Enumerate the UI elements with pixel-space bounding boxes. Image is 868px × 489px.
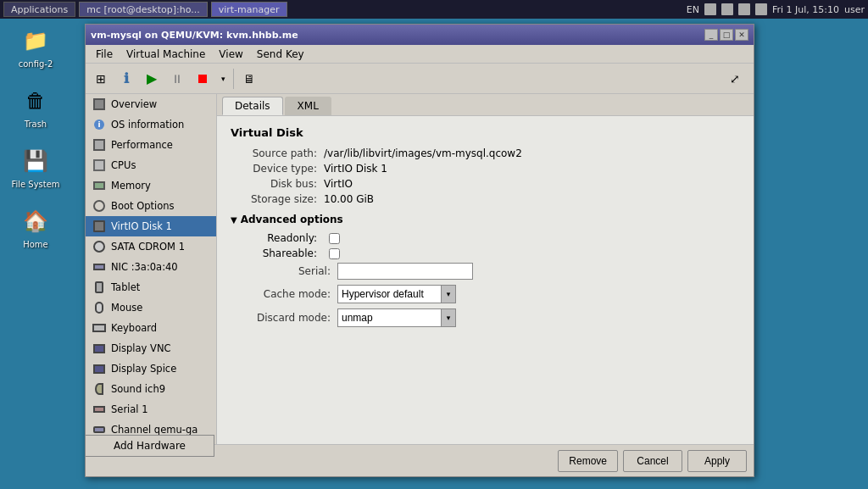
sidebar-item-display-spice[interactable]: Display Spice <box>86 358 216 379</box>
main-panel: Details XML Virtual Disk Source path: /v… <box>217 94 754 444</box>
toolbar-overview-btn[interactable]: ⊞ <box>89 67 113 91</box>
sidebar-label-sound: Sound ich9 <box>111 383 165 395</box>
sidebar-item-keyboard[interactable]: Keyboard <box>86 318 216 338</box>
tray-wifi-icon <box>704 3 716 15</box>
desktop-icon-filesystem[interactable]: 💾 File System <box>10 146 61 189</box>
storage-size-value: 10.00 GiB <box>324 193 374 205</box>
sidebar-item-serial[interactable]: Serial 1 <box>86 399 216 420</box>
toolbar-pause-btn[interactable]: ⏸ <box>165 67 189 91</box>
sidebar-item-boot[interactable]: Boot Options <box>86 196 216 216</box>
maximize-button[interactable]: □ <box>720 29 733 41</box>
window-titlebar: vm-mysql on QEMU/KVM: kvm.hhbb.me _ □ ✕ <box>86 25 754 45</box>
menu-file[interactable]: File <box>89 47 120 62</box>
sidebar-item-sound[interactable]: Sound ich9 <box>86 379 216 399</box>
cache-mode-select-wrapper: Hypervisor default none writethrough wri… <box>337 285 456 303</box>
sidebar-item-sata-cdrom[interactable]: SATA CDROM 1 <box>86 236 216 257</box>
taskbar-window-mc[interactable]: mc [root@desktop]:ho... <box>79 2 207 17</box>
sidebar-item-nic[interactable]: NIC :3a:0a:40 <box>86 257 216 277</box>
cache-mode-select[interactable]: Hypervisor default none writethrough wri… <box>337 285 456 303</box>
serial-icon <box>92 403 106 416</box>
toolbar-info-btn[interactable]: ℹ <box>114 67 138 91</box>
sidebar-label-virtio-disk: VirtIO Disk 1 <box>111 220 172 232</box>
boot-icon <box>92 199 106 213</box>
toolbar-play-btn[interactable]: ▶ <box>140 67 164 91</box>
config-label: config-2 <box>19 59 53 69</box>
taskbar-right: EN Fri 1 Jul, 15:10 user <box>687 3 865 15</box>
tray-time: Fri 1 Jul, 15:10 <box>772 4 839 15</box>
sidebar: Overview i OS information Performance <box>86 94 217 444</box>
sidebar-item-tablet[interactable]: Tablet <box>86 277 216 297</box>
sidebar-item-virtio-disk[interactable]: VirtIO Disk 1 <box>86 216 216 236</box>
sidebar-label-display-vnc: Display VNC <box>111 342 171 354</box>
serial-input[interactable] <box>337 263 473 280</box>
remove-button[interactable]: Remove <box>558 450 618 472</box>
cancel-button[interactable]: Cancel <box>623 450 682 472</box>
apply-button[interactable]: Apply <box>687 450 747 472</box>
window-title: vm-mysql on QEMU/KVM: kvm.hhbb.me <box>91 30 298 41</box>
desktop-icon-trash[interactable]: 🗑 Trash <box>10 86 61 129</box>
close-button[interactable]: ✕ <box>735 29 748 41</box>
desktop-icon-config[interactable]: 📁 config-2 <box>10 25 61 69</box>
source-path-label: Source path: <box>231 147 324 159</box>
filesystem-icon: 💾 <box>20 146 51 176</box>
advanced-header-label: Advanced options <box>241 214 343 225</box>
toolbar-scale-btn[interactable]: ⤢ <box>723 67 747 91</box>
menu-send-key[interactable]: Send Key <box>250 47 311 62</box>
overview-icon <box>92 97 106 111</box>
sidebar-label-sata-cdrom: SATA CDROM 1 <box>111 241 185 253</box>
readonly-label: Readonly: <box>244 232 324 244</box>
sidebar-item-mouse[interactable]: Mouse <box>86 297 216 318</box>
sidebar-label-nic: NIC :3a:0a:40 <box>111 261 178 273</box>
toolbar-stop-btn[interactable]: ⏹ <box>191 67 214 91</box>
sidebar-item-display-vnc[interactable]: Display VNC <box>86 338 216 358</box>
sidebar-label-display-spice: Display Spice <box>111 363 176 375</box>
sidebar-item-performance[interactable]: Performance <box>86 135 216 155</box>
mc-window-label: mc [root@desktop]:ho... <box>86 4 199 15</box>
applications-menu[interactable]: Applications <box>3 2 75 17</box>
discard-mode-label: Discard mode: <box>244 312 337 324</box>
tabs-bar: Details XML <box>217 94 754 116</box>
sidebar-item-os-info[interactable]: i OS information <box>86 114 216 135</box>
sidebar-item-memory[interactable]: Memory <box>86 175 216 196</box>
discard-mode-row: Discard mode: unmap ignore ▾ <box>244 308 740 327</box>
disk-bus-value: VirtIO <box>324 178 353 190</box>
toolbar-stop-dropdown-btn[interactable]: ▾ <box>216 67 230 91</box>
sound-icon <box>92 382 106 396</box>
memory-icon <box>92 179 106 192</box>
toolbar-display-btn[interactable]: 🖥 <box>237 67 261 91</box>
tray-notify-icon <box>755 3 767 15</box>
sidebar-label-os-info: OS information <box>111 119 184 131</box>
info-source-path: Source path: /var/lib/libvirt/images/vm-… <box>231 147 740 159</box>
tab-details[interactable]: Details <box>222 97 283 115</box>
window-controls: _ □ ✕ <box>704 29 748 41</box>
sidebar-label-overview: Overview <box>111 98 157 110</box>
readonly-checkbox[interactable] <box>329 233 340 244</box>
shareable-checkbox[interactable] <box>329 248 340 259</box>
desktop-icon-home[interactable]: 🏠 Home <box>10 206 61 249</box>
shareable-row: Shareable: <box>244 247 740 259</box>
tab-xml[interactable]: XML <box>285 97 331 115</box>
sidebar-label-serial: Serial 1 <box>111 403 148 415</box>
sidebar-item-cpus[interactable]: CPUs <box>86 155 216 175</box>
home-icon: 🏠 <box>20 206 51 236</box>
add-hardware-button[interactable]: Add Hardware <box>85 435 214 457</box>
taskbar-window-virt[interactable]: virt-manager <box>211 2 287 17</box>
detail-content: Virtual Disk Source path: /var/lib/libvi… <box>217 116 754 444</box>
readonly-row: Readonly: <box>244 232 740 244</box>
sidebar-label-mouse: Mouse <box>111 302 142 314</box>
toolbar-separator <box>233 69 234 89</box>
sidebar-item-overview[interactable]: Overview <box>86 94 216 114</box>
minimize-button[interactable]: _ <box>704 29 718 41</box>
device-type-label: Device type: <box>231 163 324 175</box>
tray-lang: EN <box>687 4 699 15</box>
info-device-type: Device type: VirtIO Disk 1 <box>231 163 740 175</box>
desktop-icons: 📁 config-2 🗑 Trash 💾 File System 🏠 Home <box>10 25 61 249</box>
menu-view[interactable]: View <box>212 47 249 62</box>
tray-battery-icon <box>721 3 733 15</box>
menu-virtual-machine[interactable]: Virtual Machine <box>120 47 212 62</box>
toolbar-dropdown-icon: ▾ <box>221 75 225 83</box>
toolbar-display-icon: 🖥 <box>243 72 255 86</box>
discard-mode-select[interactable]: unmap ignore <box>337 308 456 327</box>
advanced-header[interactable]: ▼ Advanced options <box>231 214 740 225</box>
virtio-disk-icon <box>92 219 106 233</box>
